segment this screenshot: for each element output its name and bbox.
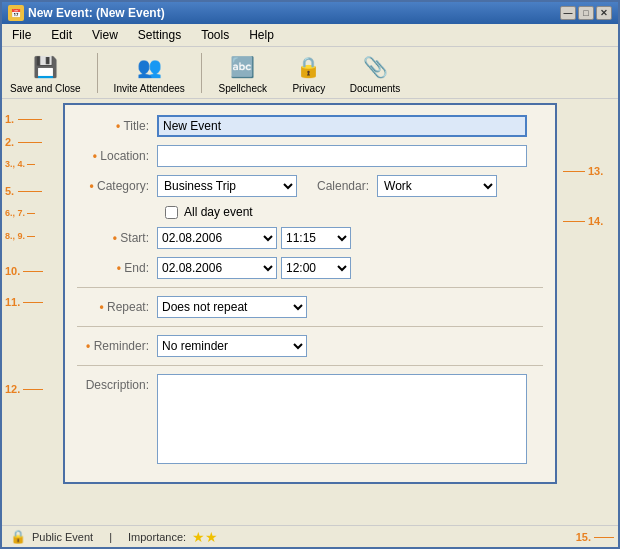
menu-tools[interactable]: Tools [195, 26, 235, 44]
end-date-select[interactable]: 02.08.2006 [157, 257, 277, 279]
window-icon: 📅 [8, 5, 24, 21]
invite-label: Invite Attendees [114, 83, 185, 94]
status-bar: 🔒 Public Event | Importance: ★★ 15. [2, 525, 618, 547]
start-row: • Start: 02.08.2006 11:15 [77, 227, 543, 249]
invite-button[interactable]: 👥 Invite Attendees [114, 51, 185, 94]
right-annotations: 13. 14. [563, 103, 613, 484]
privacy-icon: 🔒 [293, 51, 325, 83]
documents-icon: 📎 [359, 51, 391, 83]
calendar-select[interactable]: Work Personal Other [377, 175, 497, 197]
toolbar-sep-2 [201, 53, 202, 93]
menu-edit[interactable]: Edit [45, 26, 78, 44]
spellcheck-icon: 🔤 [227, 51, 259, 83]
description-row: Description: [77, 374, 543, 464]
invite-icon: 👥 [133, 51, 165, 83]
form-container: • Title: • Location: • Category: Busines… [63, 103, 557, 484]
menu-file[interactable]: File [6, 26, 37, 44]
documents-button[interactable]: 📎 Documents [350, 51, 401, 94]
title-bar: 📅 New Event: (New Event) — □ ✕ [2, 2, 618, 24]
lock-icon: 🔒 [10, 529, 26, 544]
spellcheck-button[interactable]: 🔤 Spellcheck [218, 51, 268, 94]
repeat-select[interactable]: Does not repeat Daily Weekly Monthly Yea… [157, 296, 307, 318]
window-title: New Event: (New Event) [28, 6, 165, 20]
reminder-label: • Reminder: [77, 339, 157, 353]
repeat-row: • Repeat: Does not repeat Daily Weekly M… [77, 296, 543, 318]
close-button[interactable]: ✕ [596, 6, 612, 20]
start-date-select[interactable]: 02.08.2006 [157, 227, 277, 249]
save-close-button[interactable]: 💾 Save and Close [10, 51, 81, 94]
toolbar-sep-1 [97, 53, 98, 93]
annotation-15: 15. [576, 531, 591, 543]
left-annotations: 1. 2. 3., 4. 5. 6., 7. 8., 9. [5, 103, 57, 484]
privacy-label: Privacy [292, 83, 325, 94]
end-label: • End: [77, 261, 157, 275]
reminder-select[interactable]: No reminder 5 minutes 15 minutes 30 minu… [157, 335, 307, 357]
minimize-button[interactable]: — [560, 6, 576, 20]
importance-label: Importance: [128, 531, 186, 543]
importance-stars: ★★ [192, 529, 218, 545]
category-label: • Category: [77, 179, 157, 193]
menu-bar: File Edit View Settings Tools Help [2, 24, 618, 47]
category-select[interactable]: Business Trip Personal Holiday Work [157, 175, 297, 197]
title-bar-buttons: — □ ✕ [560, 6, 612, 20]
allday-label: All day event [184, 205, 253, 219]
menu-view[interactable]: View [86, 26, 124, 44]
location-input[interactable] [157, 145, 527, 167]
end-time-select[interactable]: 12:00 [281, 257, 351, 279]
end-row: • End: 02.08.2006 12:00 [77, 257, 543, 279]
calendar-label: Calendar: [317, 179, 377, 193]
title-row: • Title: [77, 115, 543, 137]
description-textarea[interactable] [157, 374, 527, 464]
menu-help[interactable]: Help [243, 26, 280, 44]
location-row: • Location: [77, 145, 543, 167]
menu-settings[interactable]: Settings [132, 26, 187, 44]
allday-row: All day event [165, 205, 543, 219]
location-label: • Location: [77, 149, 157, 163]
allday-checkbox[interactable] [165, 206, 178, 219]
privacy-button[interactable]: 🔒 Privacy [284, 51, 334, 94]
start-label: • Start: [77, 231, 157, 245]
maximize-button[interactable]: □ [578, 6, 594, 20]
save-close-label: Save and Close [10, 83, 81, 94]
save-close-icon: 💾 [29, 51, 61, 83]
public-event-label: Public Event [32, 531, 93, 543]
documents-label: Documents [350, 83, 401, 94]
reminder-row: • Reminder: No reminder 5 minutes 15 min… [77, 335, 543, 357]
spellcheck-label: Spellcheck [219, 83, 267, 94]
repeat-label: • Repeat: [77, 300, 157, 314]
title-label: • Title: [77, 119, 157, 133]
main-window: 📅 New Event: (New Event) — □ ✕ File Edit… [0, 0, 620, 549]
title-input[interactable] [157, 115, 527, 137]
category-row: • Category: Business Trip Personal Holid… [77, 175, 543, 197]
toolbar: 💾 Save and Close 👥 Invite Attendees 🔤 Sp… [2, 47, 618, 99]
start-time-select[interactable]: 11:15 [281, 227, 351, 249]
description-label: Description: [77, 374, 157, 392]
